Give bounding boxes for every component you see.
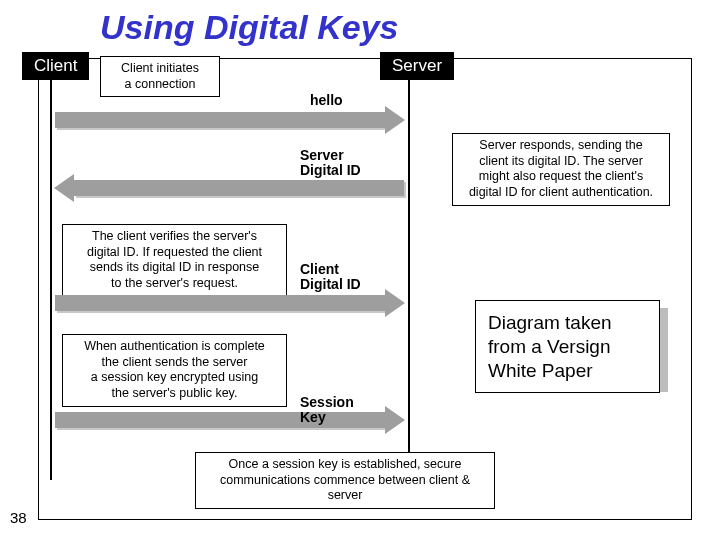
- arrow-client-id-head: [385, 289, 405, 317]
- box-client-initiates: Client initiatesa connection: [100, 56, 220, 97]
- box-server-responds: Server responds, sending theclient its d…: [452, 133, 670, 206]
- client-label: Client: [22, 52, 89, 80]
- server-lifeline: [408, 80, 410, 480]
- arrow-client-id: [55, 295, 385, 311]
- box-footer: Once a session key is established, secur…: [195, 452, 495, 509]
- msg-hello: hello: [310, 93, 343, 108]
- msg-session-key: SessionKey: [300, 395, 354, 426]
- page-number: 38: [10, 509, 27, 526]
- arrow-hello-head: [385, 106, 405, 134]
- caption-box: Diagram takenfrom a VersignWhite Paper: [475, 300, 660, 393]
- slide-title: Using Digital Keys: [100, 8, 399, 47]
- box-client-verifies: The client verifies the server'sdigital …: [62, 224, 287, 297]
- server-label: Server: [380, 52, 454, 80]
- arrow-server-id-head: [54, 174, 74, 202]
- client-lifeline: [50, 80, 52, 480]
- arrow-session-key-head: [385, 406, 405, 434]
- msg-client-id: ClientDigital ID: [300, 262, 361, 293]
- arrow-server-id: [74, 180, 404, 196]
- arrow-hello: [55, 112, 385, 128]
- box-auth-complete: When authentication is completethe clien…: [62, 334, 287, 407]
- msg-server-id: ServerDigital ID: [300, 148, 361, 179]
